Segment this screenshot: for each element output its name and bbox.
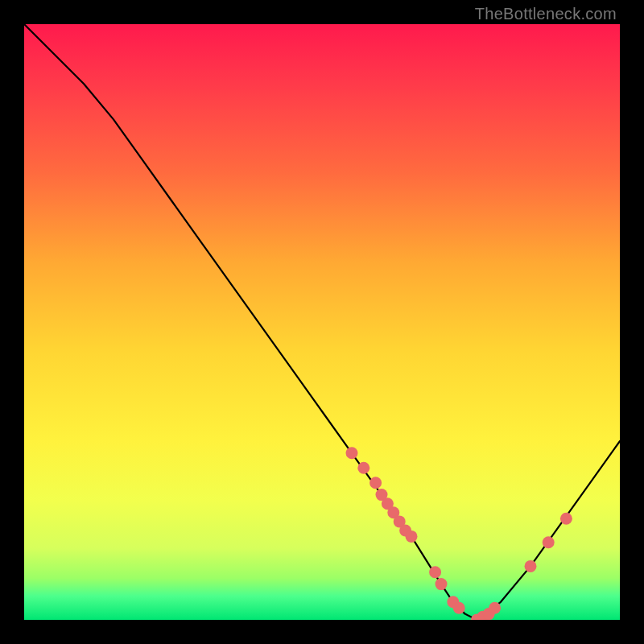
bottleneck-curve <box>24 24 620 620</box>
marker-dot <box>406 530 418 543</box>
marker-dot <box>453 602 465 614</box>
marker-dot <box>525 560 537 572</box>
marker-dot <box>560 513 572 525</box>
marker-dot <box>489 602 501 614</box>
marker-group <box>346 447 572 620</box>
marker-dot <box>429 566 441 578</box>
marker-dot <box>357 462 369 474</box>
chart-area <box>24 24 620 620</box>
marker-dot <box>346 447 358 459</box>
marker-dot <box>369 477 382 489</box>
marker-dot <box>436 578 448 590</box>
chart-svg <box>24 24 620 620</box>
watermark-text: TheBottleneck.com <box>475 5 617 23</box>
marker-dot <box>543 536 555 548</box>
